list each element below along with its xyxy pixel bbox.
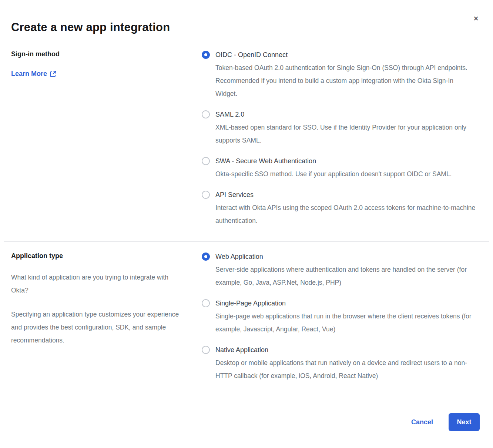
page-title: Create a new app integration [0, 0, 493, 34]
application-type-label: Application type [11, 252, 187, 260]
option-label: SAML 2.0 [215, 110, 476, 119]
option-label: API Services [215, 190, 476, 199]
cancel-button[interactable]: Cancel [411, 418, 433, 426]
option-label: Web Application [215, 252, 476, 261]
radio-option-swa[interactable]: SWA - Secure Web Authentication Okta-spe… [202, 157, 476, 181]
next-button[interactable]: Next [449, 413, 480, 431]
radio-button-api-services[interactable] [202, 191, 210, 199]
application-type-question: What kind of application are you trying … [11, 271, 185, 297]
signin-method-section: Sign-in method Learn More OIDC - OpenID … [0, 50, 493, 227]
application-type-section: Application type What kind of applicatio… [0, 252, 493, 382]
radio-button-web-application[interactable] [202, 253, 210, 261]
radio-button-single-page-application[interactable] [202, 299, 210, 307]
option-label: SWA - Secure Web Authentication [215, 157, 476, 166]
radio-button-saml[interactable] [202, 110, 210, 118]
close-icon[interactable]: × [471, 13, 481, 24]
section-divider [4, 241, 489, 242]
radio-button-native-application[interactable] [202, 346, 210, 354]
radio-option-api-services[interactable]: API Services Interact with Okta APIs usi… [202, 190, 476, 227]
application-type-help-text: Specifying an application type customize… [11, 308, 185, 347]
signin-method-options: OIDC - OpenID Connect Token-based OAuth … [202, 50, 476, 227]
option-description: Server-side applications where authentic… [215, 263, 476, 289]
option-label: Single-Page Application [215, 299, 476, 308]
option-label: OIDC - OpenID Connect [215, 50, 476, 59]
learn-more-label: Learn More [11, 70, 47, 78]
external-link-icon [50, 71, 56, 77]
option-description: Single-page web applications that run in… [215, 310, 476, 336]
create-app-integration-dialog: × Create a new app integration Sign-in m… [0, 0, 493, 448]
application-type-options: Web Application Server-side applications… [202, 252, 476, 382]
option-description: Okta-specific SSO method. Use if your ap… [215, 168, 476, 181]
radio-button-oidc[interactable] [202, 51, 210, 59]
application-type-left-column: Application type What kind of applicatio… [11, 252, 202, 382]
radio-option-native-application[interactable]: Native Application Desktop or mobile app… [202, 345, 476, 382]
learn-more-link[interactable]: Learn More [11, 70, 56, 78]
option-description: Token-based OAuth 2.0 authentication for… [215, 61, 476, 100]
radio-button-swa[interactable] [202, 157, 210, 165]
radio-option-oidc[interactable]: OIDC - OpenID Connect Token-based OAuth … [202, 50, 476, 100]
option-label: Native Application [215, 345, 476, 354]
radio-option-single-page-application[interactable]: Single-Page Application Single-page web … [202, 299, 476, 336]
signin-method-left-column: Sign-in method Learn More [11, 50, 202, 227]
option-description: Desktop or mobile applications that run … [215, 357, 476, 382]
radio-option-saml[interactable]: SAML 2.0 XML-based open standard for SSO… [202, 110, 476, 147]
radio-option-web-application[interactable]: Web Application Server-side applications… [202, 252, 476, 289]
dialog-footer: Cancel Next [411, 413, 480, 431]
option-description: XML-based open standard for SSO. Use if … [215, 121, 476, 147]
signin-method-label: Sign-in method [11, 50, 187, 58]
option-description: Interact with Okta APIs using the scoped… [215, 201, 476, 227]
